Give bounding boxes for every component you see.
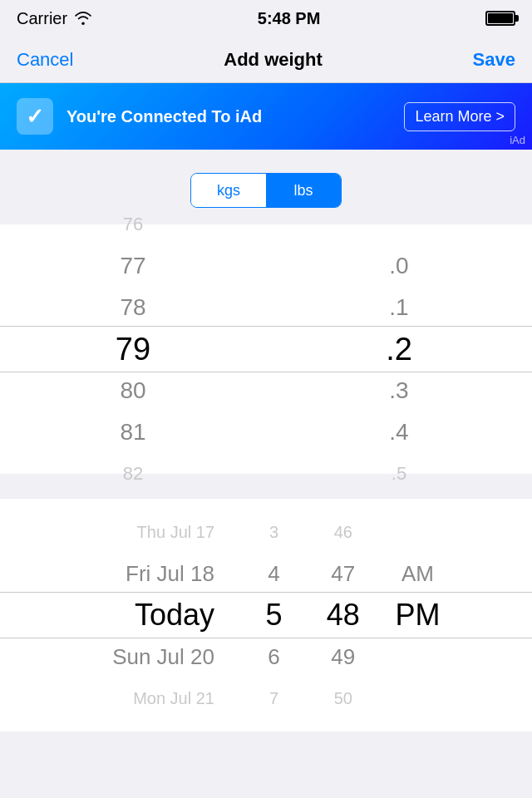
hour-column[interactable]: 3 4 5 6 7 <box>239 511 308 719</box>
wifi-icon <box>74 12 92 25</box>
checkmark-icon: ✓ <box>26 104 44 130</box>
save-button[interactable]: Save <box>473 49 515 71</box>
datetime-picker[interactable]: Thu Jul 17 Fri Jul 18 Today Sun Jul 20 M… <box>0 499 532 732</box>
min-48-selected: 48 <box>308 594 377 636</box>
carrier-wifi: Carrier <box>17 9 92 28</box>
ampm-pm-selected: PM <box>377 594 457 636</box>
whole-78: 78 <box>0 287 266 328</box>
date-mon-jul21: Mon Jul 21 <box>0 677 214 719</box>
minute-column[interactable]: 46 47 48 49 50 <box>308 511 377 719</box>
date-today-selected: Today <box>0 594 214 636</box>
whole-82: 82 <box>0 453 266 495</box>
unit-lbs-button[interactable]: lbs <box>266 174 341 207</box>
iad-text: You're Connected To iAd <box>66 107 404 126</box>
whole-76: 76 <box>0 204 266 245</box>
whole-79-selected: 79 <box>0 328 266 370</box>
cancel-button[interactable]: Cancel <box>17 49 73 71</box>
ampm-am: AM <box>377 553 457 594</box>
hour-6: 6 <box>239 636 308 677</box>
min-49: 49 <box>308 636 377 677</box>
carrier-label: Carrier <box>17 9 67 28</box>
min-46: 46 <box>308 511 377 553</box>
iad-label: iAd <box>510 134 525 146</box>
page-title: Add weight <box>224 49 323 71</box>
decimal-0: .0 <box>266 245 532 287</box>
battery-icon <box>485 11 515 26</box>
status-time: 5:48 PM <box>258 9 321 28</box>
decimal-1: .1 <box>266 287 532 328</box>
status-battery <box>485 11 515 26</box>
date-fri-jul18: Fri Jul 18 <box>0 553 214 594</box>
whole-number-column[interactable]: 76 77 78 79 80 81 82 <box>0 204 266 495</box>
min-47: 47 <box>308 553 377 594</box>
decimal-column[interactable]: . .0 .1 .2 .3 .4 .5 <box>266 204 532 495</box>
picker-columns: 76 77 78 79 80 81 82 . .0 .1 .2 .3 .4 .5 <box>0 204 532 495</box>
whole-80: 80 <box>0 370 266 411</box>
dt-columns: Thu Jul 17 Fri Jul 18 Today Sun Jul 20 M… <box>0 511 532 719</box>
date-column[interactable]: Thu Jul 17 Fri Jul 18 Today Sun Jul 20 M… <box>0 511 239 719</box>
nav-bar: Cancel Add weight Save <box>0 37 532 83</box>
hour-3: 3 <box>239 511 308 553</box>
date-sun-jul20: Sun Jul 20 <box>0 636 214 677</box>
unit-selector: kgs lbs <box>190 173 342 208</box>
min-50: 50 <box>308 677 377 719</box>
hour-4: 4 <box>239 553 308 594</box>
whole-77: 77 <box>0 245 266 287</box>
decimal-5: .5 <box>266 453 532 495</box>
status-bar: Carrier 5:48 PM <box>0 0 532 37</box>
date-thu-jul17: Thu Jul 17 <box>0 511 214 553</box>
iad-banner: ✓ You're Connected To iAd Learn More > i… <box>0 83 532 150</box>
decimal-2-selected: .2 <box>266 328 532 370</box>
learn-more-button[interactable]: Learn More > <box>404 102 515 131</box>
iad-check-icon: ✓ <box>17 98 53 135</box>
unit-kgs-button[interactable]: kgs <box>191 174 266 207</box>
battery-fill <box>488 13 513 23</box>
whole-81: 81 <box>0 411 266 453</box>
hour-5-selected: 5 <box>239 594 308 636</box>
ampm-column[interactable]: AM AM PM AM AM <box>377 511 457 719</box>
weight-picker[interactable]: 76 77 78 79 80 81 82 . .0 .1 .2 .3 .4 .5 <box>0 224 532 474</box>
hour-7: 7 <box>239 677 308 719</box>
decimal-3: .3 <box>266 370 532 411</box>
decimal-4: .4 <box>266 411 532 453</box>
